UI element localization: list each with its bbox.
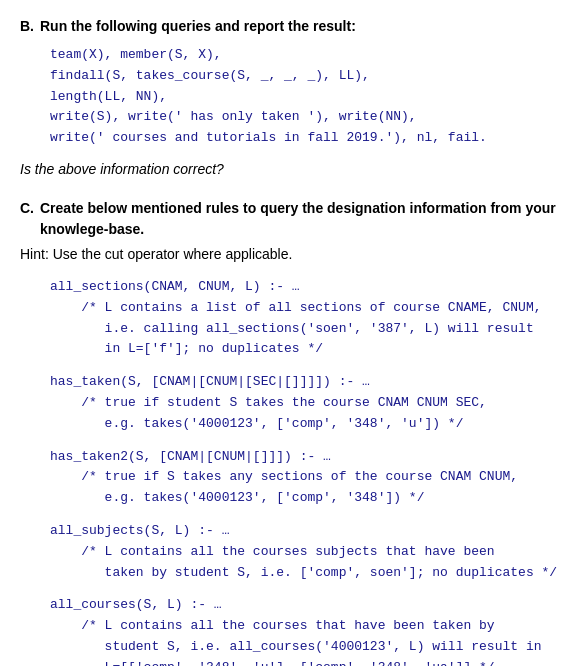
predicate-all-subjects-sig: all_subjects(S, L) :- … /* L contains al… [50,521,568,583]
predicate-has-taken: has_taken(S, [CNAM|[CNUM|[SEC|[]]]]) :- … [20,372,568,434]
predicate-all-courses: all_courses(S, L) :- … /* L contains all… [20,595,568,666]
section-b-label: B. [20,16,34,37]
section-b: B. Run the following queries and report … [20,16,568,180]
predicate-all-sections: all_sections(CNAM, CNUM, L) :- … /* L co… [20,277,568,360]
predicate-all-subjects: all_subjects(S, L) :- … /* L contains al… [20,521,568,583]
predicate-all-sections-sig: all_sections(CNAM, CNUM, L) :- … /* L co… [50,277,568,360]
section-b-code: team(X), member(S, X), findall(S, takes_… [50,45,568,149]
section-c-header: C. Create below mentioned rules to query… [20,198,568,240]
predicate-has-taken2: has_taken2(S, [CNAM|[CNUM|[]]]) :- … /* … [20,447,568,509]
section-c-title: Create below mentioned rules to query th… [40,198,568,240]
section-b-header: B. Run the following queries and report … [20,16,568,37]
predicate-has-taken2-sig: has_taken2(S, [CNAM|[CNUM|[]]]) :- … /* … [50,447,568,509]
section-c-hint: Hint: Use the cut operator where applica… [20,244,568,265]
predicate-has-taken-sig: has_taken(S, [CNAM|[CNUM|[SEC|[]]]]) :- … [50,372,568,434]
predicate-all-courses-sig: all_courses(S, L) :- … /* L contains all… [50,595,568,666]
section-b-title: Run the following queries and report the… [40,16,356,37]
section-c: C. Create below mentioned rules to query… [20,198,568,666]
section-b-question: Is the above information correct? [20,159,568,180]
section-c-label: C. [20,198,34,240]
